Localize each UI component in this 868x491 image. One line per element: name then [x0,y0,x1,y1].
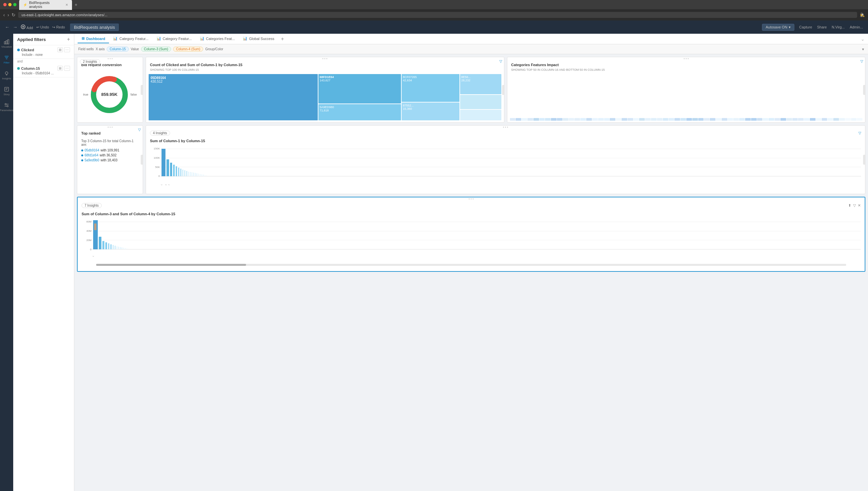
back-button[interactable]: ‹ [3,12,5,18]
field-wells-expand[interactable]: ▾ [862,47,864,52]
sidebar-item-filter[interactable]: Filter [0,53,13,66]
header-forward-button[interactable]: → [13,25,18,30]
share-button[interactable]: Share [817,25,827,29]
ranked-link-2[interactable]: 68fd1e64 [85,153,98,157]
filter-add-button[interactable]: + [67,36,70,42]
insights-badge-7: 7 Insights [82,203,102,208]
refresh-button[interactable]: ↻ [11,12,16,18]
x-axis-column15-tag[interactable]: Column-15 [107,47,129,52]
filter-grid-icon-col15[interactable]: ⊞ [58,66,63,71]
capture-button[interactable]: Capture [799,25,812,29]
tab-category1[interactable]: 📊 Category Featur... [109,34,152,43]
tab-category2[interactable]: 📊 Category Featur... [153,34,196,43]
svg-rect-69 [117,246,117,249]
right-content: ⊞ Dashboard 📊 Category Featur... 📊 Categ… [74,34,868,491]
chart-resize-side-bid[interactable] [141,85,143,95]
value-col3-tag[interactable]: Column-3 (Sum) [141,47,171,52]
svg-rect-62 [94,224,96,230]
tab-add-button[interactable]: + [278,36,286,42]
svg-rect-48 [202,174,202,176]
chart-filter-icon-cat[interactable]: ▽ [860,59,863,63]
chart-resize-side-count[interactable] [502,85,504,95]
heatmap-grid [510,118,863,121]
sidebar-story-label: Story [4,93,10,96]
scrollbar-container [78,264,865,271]
filter-item-name-clicked: Clicked [17,48,34,52]
treemap-cell-misc [460,95,501,109]
sum-col1-chart: 4 Insights ▽ Sum of Column-1 by Column-1… [146,125,865,194]
svg-text:60M: 60M [86,220,92,223]
address-bar[interactable]: us-east-1.quicksight.aws.amazon.com/sn/a… [18,12,857,18]
svg-rect-38 [184,170,185,176]
top-ranked-item-1: 05db9164 with 109,991 [81,148,139,152]
new-tab-icon[interactable]: + [75,2,77,7]
admin-label: Admin... [850,25,863,29]
tab-categories-feat-label: Categories Feat... [206,37,235,41]
ranked-bullet-1 [81,149,83,151]
tab-close-icon[interactable]: ✕ [65,3,68,7]
sidebar-item-visualize[interactable]: Visualize [0,37,13,50]
chart-filter-icon-sum1[interactable]: ▽ [859,131,861,135]
filter-grid-icon[interactable]: ⊞ [58,47,63,52]
svg-rect-37 [182,170,183,176]
header-add-icon[interactable]: Add [21,25,33,30]
value-col4-tag[interactable]: Column-4 (Sum) [173,47,203,52]
chart-close-icon[interactable]: ✕ [858,203,861,208]
svg-rect-41 [190,172,191,176]
chart-handle-sum34 [78,197,865,200]
expand-icon[interactable]: ⌄ [861,36,865,42]
sum-col3-x-labels: 05db9164 [92,256,861,262]
chart-filter-icon-count[interactable]: ▽ [499,59,502,63]
header-back-button[interactable]: ← [5,25,9,30]
top-ranked-item-2: 68fd1e64 with 36,502 [81,153,139,157]
chart-resize-side-cat[interactable] [863,85,865,95]
incognito-icon: 🕵 [860,12,865,17]
sidebar-parameters-label: Parameters [0,109,13,112]
filter-dot-clicked [17,49,20,51]
maximize-button[interactable] [13,3,17,6]
filter-item-value-clicked: Include - none [22,53,70,57]
filter-dots-icon[interactable]: ⋯ [64,47,70,52]
sum-col3-col4-bar-container: 60M 40M 20M 0 [78,217,865,264]
redo-label[interactable]: ↪ Redo [52,25,65,29]
filter-item-actions-col15: ⊞ ⋯ [58,66,70,71]
sidebar-item-insights[interactable]: Insights [0,69,13,82]
tab-category2-icon: 📊 [157,36,161,41]
browser-tab[interactable]: ⚡ BidRequests analysis ✕ [19,0,72,10]
chart-resize-side-sum1[interactable] [863,155,865,165]
ranked-link-1[interactable]: 05db9164 [85,148,99,152]
svg-text:0: 0 [159,175,160,178]
undo-label[interactable]: ↩ Undo [36,25,49,29]
categories-impact-subtitle: SHOWING TOP 50 IN COLUMN-16 AND BOTTOM 5… [507,68,865,73]
window-controls[interactable] [3,3,17,6]
svg-rect-12 [5,87,8,91]
chart-resize-side-ranked[interactable] [141,155,143,165]
donut-svg: 859.95K [90,75,129,114]
browser-chrome: ⚡ BidRequests analysis ✕ + [0,0,868,9]
svg-rect-50 [205,175,205,176]
chart-filter-icon-sum34[interactable]: ▽ [853,203,856,208]
sidebar-item-parameters[interactable]: Parameters [0,100,13,114]
forward-button[interactable]: › [8,12,9,18]
close-button[interactable] [3,3,7,6]
sidebar-item-story[interactable]: Story [0,85,13,98]
top-charts-row: 2 Insights Bid request conversion true [77,57,865,123]
tab-dashboard[interactable]: ⊞ Dashboard [78,34,109,43]
treemap-val-5a: 71,618 [320,109,400,112]
scrollbar[interactable] [96,264,846,266]
svg-rect-45 [196,173,197,176]
svg-text:0: 0 [90,248,92,251]
tab-global-success[interactable]: 📊 Global Success [239,34,278,43]
chart-expand-icon[interactable]: ⬆ [848,203,851,208]
ranked-link-3[interactable]: 5a9ed9b0 [85,158,99,162]
chart-filter-icon-ranked[interactable]: ▽ [138,127,141,132]
autosave-button[interactable]: Autosave ON ▾ [762,24,794,31]
minimize-button[interactable] [8,3,11,6]
tab-dashboard-icon: ⊞ [82,36,85,41]
treemap-val-8e: 28,232 [461,79,500,82]
svg-rect-74 [125,248,125,249]
scrollbar-thumb[interactable] [96,264,246,266]
treemap-val-1: 430,512 [151,80,316,83]
filter-dots-icon-col15[interactable]: ⋯ [64,66,70,71]
tab-categories-feat[interactable]: 📊 Categories Feat... [196,34,239,43]
